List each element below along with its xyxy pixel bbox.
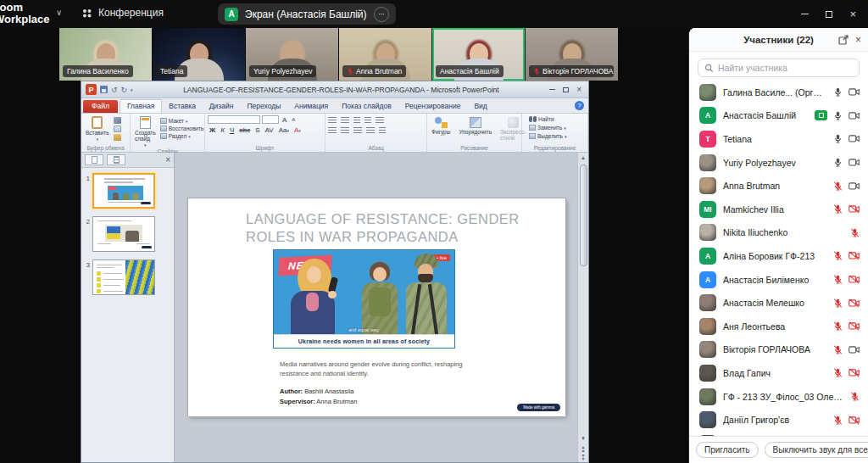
decrease-indent-button[interactable] [353,117,360,124]
reset-button[interactable]: Восстановить [160,126,204,131]
participant-row[interactable]: Yuriy Polyezhayev [689,151,868,175]
mic-icon[interactable] [833,416,843,425]
numbering-button[interactable] [341,117,349,124]
tab-анимация[interactable]: Анимация [287,100,335,113]
line-spacing-button[interactable] [376,117,384,124]
video-tile[interactable]: Вікторія ГОРЛАЧОВА [526,28,618,81]
tab-file[interactable]: Файл [83,100,118,113]
participant-row[interactable]: MIMamkichev Illia [689,198,868,221]
mute-all-button[interactable]: Выключить звук для всех [765,442,868,458]
bullets-button[interactable] [328,117,337,124]
participant-row[interactable]: AАнастасія Биліменко [689,268,868,292]
mic-icon[interactable] [833,345,843,354]
video-tile[interactable]: Галина Василенко [59,28,152,81]
video-tile[interactable]: Tetiana [153,28,245,81]
search-input[interactable] [718,63,853,73]
scroll-down-icon[interactable]: ▼ [581,433,586,443]
copy-button[interactable] [114,126,121,132]
current-slide[interactable]: LANGUAGE OF RESISTANCE: GENDER ROLES IN … [188,198,565,416]
participant-row[interactable]: Даніїл Григор'єв [689,408,868,432]
shapes-button[interactable]: Фигуры [430,116,452,136]
tab-показ слайдов[interactable]: Показ слайдов [335,100,398,113]
grow-font-button[interactable]: А [281,116,288,124]
font-name-box[interactable] [208,115,260,124]
underline-button[interactable]: Ч [228,126,236,134]
justify-button[interactable] [366,127,375,134]
shared-screen-tab[interactable]: A Экран (Анастасія Башлій) ··· [218,3,396,25]
slide-scrollbar[interactable]: ▲ ▼ ▲▲ ▼▼ [577,153,588,462]
participant-row[interactable]: AАнастасія Башлій [689,104,868,128]
invite-button[interactable]: Пригласить [696,442,759,458]
save-icon[interactable] [100,86,108,93]
mic-icon[interactable] [833,251,843,260]
find-button[interactable]: Найти [529,116,554,122]
mic-icon[interactable] [833,158,843,167]
video-tile[interactable]: Анастасія Башлій [432,28,525,81]
ppt-close-button[interactable]: × [576,86,581,94]
slide-thumbnail-1[interactable]: 1 [83,173,170,209]
outline-tab[interactable] [107,154,125,165]
section-button[interactable]: Раздел▾ [160,133,204,139]
camera-icon[interactable] [849,158,860,167]
screen-tab-more-icon[interactable]: ··· [374,7,389,22]
tab-главная[interactable]: Главная [120,99,162,113]
participant-row[interactable]: Вікторія ГОРЛАЧОВА [689,338,868,362]
format-painter-button[interactable] [114,134,121,141]
camera-icon[interactable] [849,87,860,97]
slide-thumbnail-2[interactable]: 2 [83,216,170,252]
mic-icon[interactable] [850,392,860,401]
close-button[interactable]: × [849,8,856,20]
camera-icon[interactable] [849,368,860,377]
bold-button[interactable]: Ж [208,126,217,134]
participant-row[interactable]: Галина Василе... (Организатор, я) [689,81,868,104]
participant-row[interactable]: Аня Леонтьева [689,315,868,338]
redo-icon[interactable]: ↻ [121,86,128,94]
pop-out-icon[interactable] [838,35,849,45]
participant-row[interactable]: Анастасія Мелешко [689,291,868,315]
camera-icon[interactable] [849,251,860,260]
replace-button[interactable]: Заменить▾ [529,125,566,131]
previous-slide-button[interactable]: ▲▲ [581,445,586,452]
close-panel-icon[interactable]: × [855,34,861,46]
layout-button[interactable]: Макет▾ [160,118,204,124]
undo-icon[interactable]: ↺ [111,86,118,94]
camera-icon[interactable] [849,134,860,143]
mic-icon[interactable] [833,181,843,191]
columns-button[interactable] [379,127,386,134]
mic-icon[interactable] [833,134,843,143]
mic-icon[interactable] [850,228,860,237]
camera-icon[interactable] [849,321,860,331]
font-color-button[interactable]: А▾ [292,126,303,134]
slides-tab[interactable] [85,154,103,165]
align-right-button[interactable] [353,127,362,134]
ppt-maximize-button[interactable] [563,87,569,92]
select-button[interactable]: Выделить▾ [529,133,567,139]
tab-дизайн[interactable]: Дизайн [203,100,241,113]
mic-icon[interactable] [833,321,843,331]
camera-icon[interactable] [849,111,860,120]
next-slide-button[interactable]: ▼▼ [581,454,586,460]
new-slide-button[interactable]: Создать слайд▾ [133,115,158,148]
align-center-button[interactable] [341,127,349,134]
strikethrough-button[interactable]: abc [237,126,252,134]
participant-row[interactable]: Anna Brutman [689,174,868,198]
camera-icon[interactable] [849,345,860,354]
mic-icon[interactable] [833,87,843,97]
paste-button[interactable]: Вставить▾ [84,115,111,142]
tab-рецензирование[interactable]: Рецензирование [398,100,468,113]
character-spacing-button[interactable]: AV [264,126,275,134]
camera-icon[interactable] [849,275,860,284]
tab-вид[interactable]: Вид [467,100,493,113]
camera-icon[interactable] [849,298,860,308]
tab-вставка[interactable]: Вставка [162,100,203,113]
camera-icon[interactable] [849,416,860,425]
italic-button[interactable]: К [219,126,226,134]
mic-icon[interactable] [833,204,843,214]
increase-indent-button[interactable] [364,117,371,124]
text-shadow-button[interactable]: S [253,126,261,134]
powerpoint-logo[interactable]: P [86,84,97,95]
align-left-button[interactable] [328,127,337,134]
scrollbar-thumb[interactable] [580,165,587,266]
font-size-box[interactable] [262,115,279,124]
chevron-down-icon[interactable]: ∨ [56,8,62,17]
